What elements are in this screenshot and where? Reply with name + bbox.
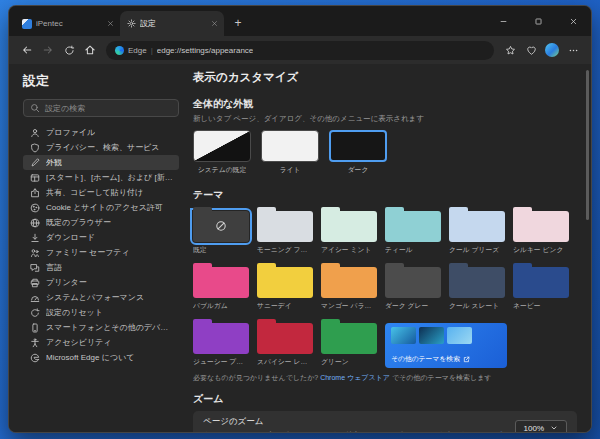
sidebar-item-8[interactable]: ダウンロード [23, 230, 179, 245]
sidebar-item-7[interactable]: 既定のブラウザー [23, 215, 179, 230]
address-url: edge://settings/appearance [157, 46, 254, 55]
language-icon [29, 263, 40, 273]
address-badge-label: Edge [128, 46, 147, 55]
sidebar-item-3[interactable]: 外観 [23, 155, 179, 170]
search-icon [30, 103, 40, 113]
page-zoom-description: すべてのサイトの既定のズームレベルです。特定のサイトのズームレベルを表示するには… [203, 430, 515, 433]
theme-tile-4[interactable]: ティール [385, 207, 441, 255]
maximize-button[interactable] [521, 6, 556, 36]
tab-close-icon[interactable] [211, 20, 218, 27]
external-link-icon [463, 356, 470, 363]
sidebar-item-14[interactable]: スマートフォンとその他のデバイス [23, 320, 179, 335]
sidebar-item-15[interactable]: アクセシビリティ [23, 335, 179, 350]
family-icon [29, 248, 40, 258]
scrollbar-thumb[interactable] [586, 70, 589, 220]
cookie-icon [29, 203, 40, 213]
theme-tile-12[interactable]: ネービー [513, 263, 569, 311]
page-zoom-label: ページのズーム [203, 416, 515, 428]
globe-icon [29, 218, 40, 228]
settings-sidebar: 設定 設定の検索 プロファイルプライバシー、検索、サービス外観[スタート]、[ホ… [9, 64, 185, 432]
sidebar-item-9[interactable]: ファミリー セーフティ [23, 245, 179, 260]
close-button[interactable] [556, 6, 591, 36]
appearance-options: システムの既定ライトダーク [193, 130, 577, 175]
sidebar-item-12[interactable]: システムとパフォーマンス [23, 290, 179, 305]
chrome-web-store-link[interactable]: Chrome ウェブストア [320, 374, 390, 381]
theme-swatch [513, 267, 569, 298]
address-separator: | [151, 46, 153, 55]
tabs-icon [29, 173, 40, 183]
appearance-option-dark[interactable]: ダーク [329, 130, 387, 175]
favorites-button[interactable] [500, 40, 520, 60]
theme-swatch [193, 211, 249, 242]
sidebar-item-2[interactable]: プライバシー、検索、サービス [23, 140, 179, 155]
sidebar-item-16[interactable]: Microsoft Edge について [23, 350, 179, 365]
sidebar-item-4[interactable]: [スタート]、[ホーム]、および [新規] タブ [23, 170, 179, 185]
tab-title: iPentec [36, 19, 103, 28]
sidebar-item-5[interactable]: 共有、コピーして貼り付け [23, 185, 179, 200]
more-themes-tile[interactable]: その他のテーマを検索 [385, 319, 507, 368]
theme-thumbnail [391, 327, 416, 344]
home-button[interactable] [80, 40, 100, 60]
section-title-theme: テーマ [193, 188, 577, 202]
settings-menu-button[interactable] [563, 40, 583, 60]
theme-swatch [385, 267, 441, 298]
theme-tile-9[interactable]: マンゴー パラダイス [321, 263, 377, 311]
overall-appearance-section: 全体的な外観 新しいタブ ページ、ダイアログ、その他のメニューに表示されます シ… [193, 97, 577, 175]
theme-tile-6[interactable]: シルキー ピンク [513, 207, 569, 255]
theme-thumbnail [419, 327, 444, 344]
reset-icon [29, 308, 40, 318]
appearance-option-light[interactable]: ライト [261, 130, 319, 175]
zoom-value: 100% [524, 424, 544, 433]
tab-1[interactable]: iPentec [16, 11, 120, 36]
theme-swatch [449, 211, 505, 242]
window-controls [486, 6, 591, 36]
scrollbar[interactable] [586, 68, 589, 428]
minimize-button[interactable] [486, 6, 521, 36]
content-area: 設定 設定の検索 プロファイルプライバシー、検索、サービス外観[スタート]、[ホ… [9, 64, 591, 432]
sidebar-item-10[interactable]: 言語 [23, 260, 179, 275]
theme-tile-2[interactable]: モーニング フォグ [257, 207, 313, 255]
theme-tile-13[interactable]: ジューシー プラム [193, 319, 249, 368]
sidebar-item-6[interactable]: Cookie とサイトのアクセス許可 [23, 200, 179, 215]
appearance-preview [329, 130, 387, 162]
theme-tile-14[interactable]: スパイシー レッド [257, 319, 313, 368]
store-note: 必要なものが見つかりませんでしたか? Chrome ウェブストア でその他のテー… [193, 373, 577, 383]
theme-tile-10[interactable]: ダーク グレー [385, 263, 441, 311]
search-placeholder: 設定の検索 [45, 103, 85, 114]
theme-swatch [193, 323, 249, 354]
browser-window: iPentec設定 + Edge | edge://settings/appea… [8, 5, 592, 433]
tab-2[interactable]: 設定 [120, 11, 224, 36]
theme-tile-3[interactable]: アイシー ミント [321, 207, 377, 255]
theme-section: テーマ 既定モーニング フォグアイシー ミントティールクール ブリーズシルキー … [193, 188, 577, 383]
browser-essentials-button[interactable] [521, 40, 541, 60]
back-button[interactable] [17, 40, 37, 60]
chevron-down-icon [550, 424, 558, 432]
theme-tile-15[interactable]: グリーン [321, 319, 377, 368]
download-icon [29, 233, 40, 243]
theme-tile-8[interactable]: サニーデイ [257, 263, 313, 311]
theme-tile-7[interactable]: バブルガム [193, 263, 249, 311]
appearance-option-system[interactable]: システムの既定 [193, 130, 251, 175]
sidebar-item-1[interactable]: プロファイル [23, 125, 179, 140]
refresh-button[interactable] [59, 40, 79, 60]
edge-icon [29, 353, 40, 363]
new-tab-button[interactable]: + [229, 14, 247, 32]
sidebar-item-11[interactable]: プリンター [23, 275, 179, 290]
sidebar-item-13[interactable]: 設定のリセット [23, 305, 179, 320]
more-themes-label: その他のテーマを検索 [391, 354, 460, 364]
theme-tile-1[interactable]: 既定 [193, 207, 249, 255]
sidebar-title: 設定 [23, 72, 179, 90]
tab-close-icon[interactable] [107, 20, 114, 27]
page-title: 表示のカスタマイズ [193, 70, 577, 85]
zoom-level-select[interactable]: 100% [515, 420, 567, 434]
share-icon [29, 188, 40, 198]
theme-thumbnails [391, 327, 501, 344]
profile-avatar[interactable] [545, 43, 559, 57]
shield-icon [29, 143, 40, 153]
settings-search-input[interactable]: 設定の検索 [23, 99, 179, 117]
forward-button[interactable] [38, 40, 58, 60]
theme-tile-5[interactable]: クール ブリーズ [449, 207, 505, 255]
zoom-level-link[interactable]: ズーム レベル [495, 431, 514, 433]
address-bar[interactable]: Edge | edge://settings/appearance [106, 41, 494, 60]
theme-tile-11[interactable]: クール スレート [449, 263, 505, 311]
